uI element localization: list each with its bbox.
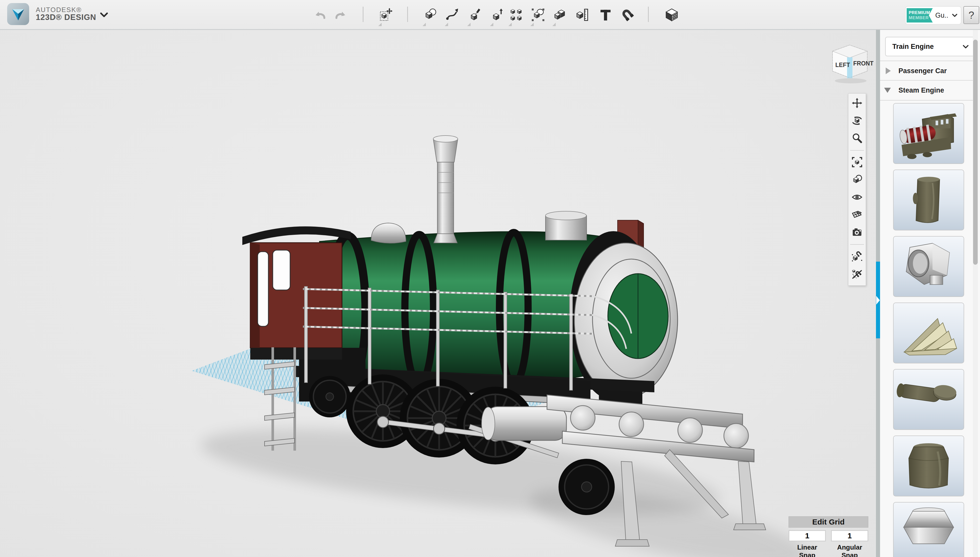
panel-divider <box>876 29 880 557</box>
model-select-dropdown[interactable]: Train Engine <box>885 37 975 56</box>
screenshot-button[interactable] <box>851 226 863 238</box>
grouping-tool-button[interactable] <box>527 4 549 26</box>
engine-assembly-preview <box>894 104 964 163</box>
logo-glyph-icon <box>10 6 26 22</box>
orbit-button[interactable] <box>851 114 863 126</box>
boiler-cylinder-preview <box>894 170 964 230</box>
view-cube[interactable]: LEFT FRONT <box>826 39 874 85</box>
panel-collapse-handle[interactable] <box>876 262 880 338</box>
modify-flyout-triangle <box>490 23 493 26</box>
combine-flyout-triangle <box>553 23 556 26</box>
viewcube-left-label[interactable]: LEFT <box>835 62 850 68</box>
edit-grid-panel: Edit Grid Linear Snap Angular Snap <box>788 516 868 557</box>
zoom-button[interactable] <box>851 132 863 144</box>
part-thumbnail-pilot-wedge[interactable] <box>893 303 964 363</box>
part-thumbnail-engine-assembly[interactable] <box>893 103 964 164</box>
part-thumbnail-cone-coupler[interactable] <box>893 502 964 557</box>
primitives-flyout-triangle <box>423 23 426 26</box>
parts-sidebar: Train Engine Passenger Car Steam Engine <box>880 29 980 557</box>
grid-visibility-button[interactable] <box>851 208 863 220</box>
sidebar-scrollbar[interactable] <box>973 29 978 557</box>
navrail-separator <box>850 244 864 245</box>
help-label: ? <box>969 10 974 21</box>
edit-grid-button[interactable]: Edit Grid <box>788 516 868 528</box>
part-thumbnail-smokebox-nut[interactable] <box>893 236 964 297</box>
account-menu[interactable]: PREMIUM MEMBER Gu.. <box>905 6 961 24</box>
angular-snap-input[interactable] <box>831 530 868 541</box>
undo-button[interactable] <box>309 4 332 26</box>
help-button[interactable]: ? <box>964 6 979 24</box>
construct-icon <box>468 8 482 22</box>
toolbar-separator <box>407 7 408 22</box>
brand-autodesk: AUTODESK® <box>36 7 96 13</box>
model-select-value: Train Engine <box>892 43 961 50</box>
pan-icon <box>852 98 863 109</box>
section-passenger-car[interactable]: Passenger Car <box>880 60 973 81</box>
zoom-icon <box>852 132 863 144</box>
transform-tool-button[interactable] <box>375 4 397 26</box>
smokebox-nut-preview <box>894 236 964 296</box>
app-menu-chevron-icon[interactable] <box>98 9 110 20</box>
snap-target-button[interactable] <box>851 250 863 262</box>
section-label: Steam Engine <box>899 86 944 94</box>
redo-button[interactable] <box>329 4 352 26</box>
part-thumbnail-steam-dome[interactable] <box>893 435 964 497</box>
snap-off-button[interactable] <box>851 268 863 280</box>
toolbar-separator <box>648 7 649 22</box>
steam-dome-preview <box>894 436 964 496</box>
part-thumbnail-boiler-cylinder[interactable] <box>893 169 964 230</box>
locomotive-model <box>0 29 876 557</box>
construct-flyout-triangle <box>467 23 471 26</box>
sketch-flyout-triangle <box>445 23 448 26</box>
pattern-flyout-triangle <box>509 23 512 26</box>
orbit-icon <box>852 115 863 126</box>
construct-tool-button[interactable] <box>464 4 486 26</box>
fit-view-button[interactable] <box>851 156 863 168</box>
top-toolbar: AUTODESK® 123D® DESIGN <box>0 0 980 30</box>
pattern-tool-button[interactable] <box>505 4 527 26</box>
display-settings-button[interactable] <box>851 174 863 186</box>
snap-box-icon <box>852 251 863 262</box>
premium-label: PREMIUM <box>908 10 933 15</box>
toolbar-separator <box>363 7 364 22</box>
navigation-rail <box>848 93 866 286</box>
eye-icon <box>852 192 863 203</box>
crank-rod-preview <box>894 370 964 429</box>
primitives-icon <box>423 8 437 22</box>
pan-button[interactable] <box>851 97 863 109</box>
brand-123d-design: 123D® DESIGN <box>36 13 96 22</box>
visibility-button[interactable] <box>851 191 863 203</box>
username-label: Gu.. <box>935 11 948 20</box>
combine-icon <box>553 8 567 22</box>
material-tool-button[interactable] <box>660 4 683 26</box>
3d-viewport[interactable]: LEFT FRONT <box>0 29 876 557</box>
section-steam-engine[interactable]: Steam Engine <box>880 80 973 101</box>
combine-tool-button[interactable] <box>549 4 571 26</box>
app-window: { "header": { "brand_line1": "AUTODESK®"… <box>0 0 980 557</box>
snap-tool-button[interactable] <box>616 4 639 26</box>
undo-icon <box>314 8 327 22</box>
text-tool-button[interactable] <box>594 4 617 26</box>
app-brand[interactable]: AUTODESK® 123D® DESIGN <box>7 3 96 25</box>
sketch-tool-button[interactable] <box>441 4 464 26</box>
grid-eye-icon <box>852 209 863 220</box>
cone-coupler-preview <box>894 503 964 557</box>
part-thumbnail-crank-rod[interactable] <box>893 369 964 430</box>
premium-member-badge: PREMIUM MEMBER <box>907 8 933 23</box>
viewcube-front-label[interactable]: FRONT <box>853 60 873 67</box>
transform-flyout-triangle <box>378 23 382 26</box>
expanded-triangle-icon <box>884 88 891 93</box>
measure-tool-button[interactable] <box>571 4 593 26</box>
material-icon <box>665 8 679 22</box>
grouping-flyout-triangle <box>530 23 534 26</box>
collapse-arrow-icon <box>876 296 880 305</box>
select-chevron-icon <box>961 42 970 51</box>
primitives-tool-button[interactable] <box>419 4 441 26</box>
scrollbar-thumb[interactable] <box>973 40 978 265</box>
autodesk-123d-logo-icon <box>7 3 29 25</box>
sketch-icon <box>445 8 459 22</box>
snap-magnet-icon <box>621 8 634 22</box>
linear-snap-input[interactable] <box>788 530 826 541</box>
grouping-icon <box>531 8 545 22</box>
brand-text: AUTODESK® 123D® DESIGN <box>36 7 96 22</box>
